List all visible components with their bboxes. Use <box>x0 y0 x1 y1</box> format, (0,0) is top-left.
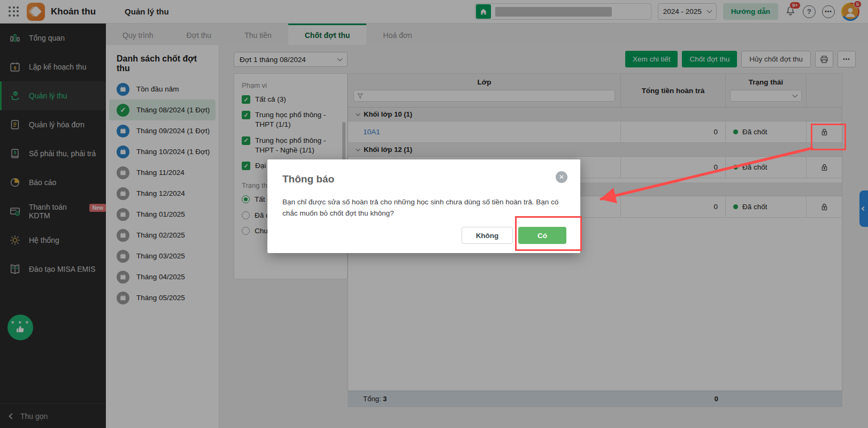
cancel-button[interactable]: Không <box>462 227 513 244</box>
confirm-button[interactable]: Có <box>518 227 566 244</box>
close-icon[interactable]: ✕ <box>556 171 567 183</box>
dialog-title: Thông báo <box>282 173 566 185</box>
app-window: Khoản thu Quản lý thu 2024 - 2025 Hướng … <box>0 0 868 428</box>
confirmation-dialog: ✕ Thông báo Bạn chỉ được sửa số hoàn trả… <box>267 159 580 253</box>
dialog-message: Bạn chỉ được sửa số hoàn trả cho những h… <box>282 197 566 219</box>
